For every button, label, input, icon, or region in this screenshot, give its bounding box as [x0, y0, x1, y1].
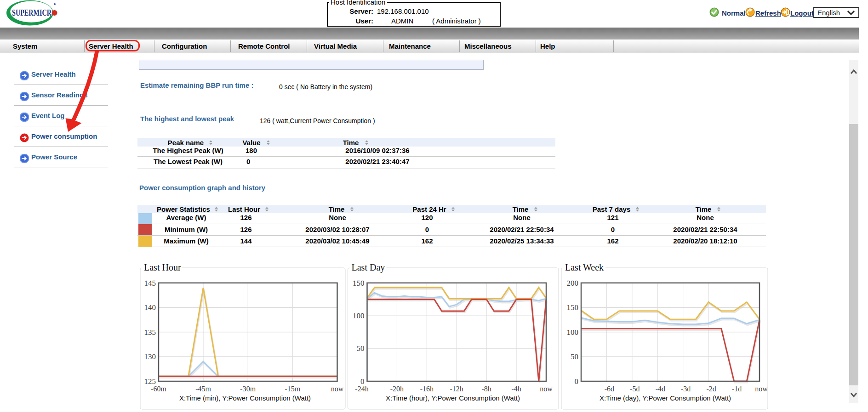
svg-text:150: 150 [353, 279, 365, 288]
svg-text:-8h: -8h [482, 385, 491, 393]
svg-text:-4d: -4d [656, 385, 665, 393]
svg-text:0: 0 [360, 377, 365, 386]
svg-text:SUPERMICR: SUPERMICR [12, 8, 51, 17]
svg-text:50: 50 [571, 352, 578, 361]
svg-text:-20h: -20h [390, 385, 404, 393]
svg-text:X:Time (hour), Y:Power Consump: X:Time (hour), Y:Power Consumption (Watt… [386, 394, 520, 402]
svg-text:-6d: -6d [605, 385, 614, 393]
svg-text:Last Week: Last Week [565, 262, 604, 272]
svg-text:now: now [331, 385, 344, 393]
svg-text:130: 130 [144, 352, 156, 361]
svg-text:-12h: -12h [450, 385, 463, 393]
svg-text:X:Time (day), Y:Power Consumpt: X:Time (day), Y:Power Consumption (Watt) [600, 394, 731, 402]
svg-text:-16h: -16h [420, 385, 434, 393]
svg-text:-15m: -15m [285, 385, 301, 393]
svg-text:-2d: -2d [706, 385, 716, 393]
svg-text:145: 145 [144, 279, 156, 288]
svg-text:135: 135 [144, 328, 156, 337]
svg-text:X:Time (min), Y:Power Consumpt: X:Time (min), Y:Power Consumption (Watt) [179, 394, 311, 402]
svg-text:-1d: -1d [732, 385, 742, 393]
svg-text:140: 140 [144, 303, 156, 312]
svg-text:now: now [540, 385, 553, 393]
svg-text:125: 125 [144, 377, 156, 386]
svg-text:Last Day: Last Day [352, 262, 385, 273]
svg-text:-30m: -30m [240, 385, 256, 393]
svg-text:-60m: -60m [151, 385, 166, 393]
svg-text:-24h: -24h [355, 385, 368, 393]
svg-text:-4h: -4h [511, 385, 521, 393]
svg-text:50: 50 [357, 344, 365, 353]
svg-text:Last Hour: Last Hour [144, 262, 181, 272]
svg-text:-45m: -45m [195, 385, 211, 393]
svg-text:100: 100 [567, 328, 579, 337]
svg-text:150: 150 [567, 303, 579, 312]
svg-text:200: 200 [567, 279, 579, 288]
svg-text:now: now [755, 385, 768, 393]
svg-text:-3d: -3d [681, 385, 691, 393]
svg-text:100: 100 [353, 311, 365, 320]
svg-text:-5d: -5d [630, 385, 640, 393]
svg-text:0: 0 [575, 377, 579, 386]
